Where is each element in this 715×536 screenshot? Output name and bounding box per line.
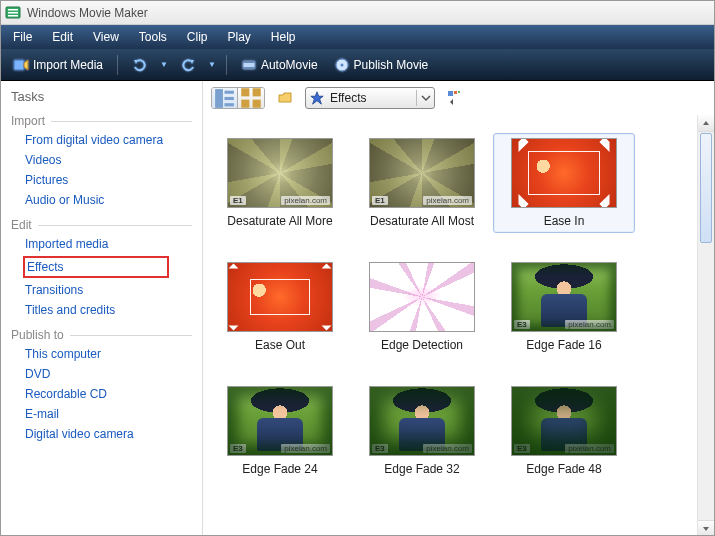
group-label: Publish to (11, 328, 64, 342)
group-label: Import (11, 114, 45, 128)
effect-label: Edge Detection (381, 338, 463, 352)
svg-rect-11 (225, 90, 234, 93)
thumbnail-badge: E1 (372, 196, 388, 205)
undo-chevron-icon[interactable]: ▼ (160, 60, 168, 69)
effect-label: Desaturate All More (227, 214, 332, 228)
group-header-edit: Edit (11, 218, 192, 232)
tasks-title: Tasks (11, 89, 192, 104)
collection-dropdown[interactable]: Effects (305, 87, 435, 109)
svg-rect-16 (241, 100, 249, 108)
task-link-email[interactable]: E-mail (23, 406, 192, 422)
effect-item[interactable]: E1pixelan.comDesaturate All More (209, 133, 351, 233)
app-title: Windows Movie Maker (27, 6, 148, 20)
thumbnail-badge: E3 (514, 444, 530, 453)
menu-view[interactable]: View (93, 30, 119, 44)
menu-help[interactable]: Help (271, 30, 296, 44)
view-toggle[interactable] (211, 87, 265, 109)
effect-label: Ease In (544, 214, 585, 228)
svg-rect-6 (243, 61, 255, 63)
tasks-pane: Tasks Import From digital video camera V… (1, 81, 203, 536)
publish-button[interactable]: Publish Movie (330, 55, 433, 75)
effect-label: Edge Fade 32 (384, 462, 459, 476)
menubar: File Edit View Tools Clip Play Help (1, 25, 714, 49)
thumbnail-watermark: pixelan.com (423, 444, 472, 453)
effect-item[interactable]: E3pixelan.comEdge Fade 48 (493, 381, 635, 481)
svg-rect-15 (253, 88, 261, 96)
task-link-from-digital-video-camera[interactable]: From digital video camera (23, 132, 192, 148)
thumbnail-badge: E3 (372, 444, 388, 453)
task-link-videos[interactable]: Videos (23, 152, 192, 168)
app-icon (5, 5, 21, 21)
redo-button[interactable] (176, 55, 200, 75)
folder-icon[interactable] (273, 87, 297, 109)
effect-thumbnail: E1pixelan.com (369, 138, 475, 208)
group-label: Edit (11, 218, 32, 232)
menu-edit[interactable]: Edit (52, 30, 73, 44)
effect-item[interactable]: E3pixelan.comEdge Fade 32 (351, 381, 493, 481)
redo-chevron-icon[interactable]: ▼ (208, 60, 216, 69)
menu-clip[interactable]: Clip (187, 30, 208, 44)
effect-item[interactable]: E1pixelan.comDesaturate All Most (351, 133, 493, 233)
thumbnail-watermark: pixelan.com (565, 320, 614, 329)
task-link-digital-video-camera[interactable]: Digital video camera (23, 426, 192, 442)
svg-marker-18 (311, 92, 323, 104)
view-thumbnails-icon[interactable] (238, 88, 264, 108)
effect-thumbnail: E3pixelan.com (369, 386, 475, 456)
titlebar: Windows Movie Maker (1, 1, 714, 25)
scroll-up-button[interactable] (698, 115, 714, 132)
svg-rect-13 (225, 103, 234, 106)
task-link-titles-and-credits[interactable]: Titles and credits (23, 302, 192, 318)
effect-item[interactable]: Ease In (493, 133, 635, 233)
view-details-icon[interactable] (212, 88, 238, 108)
effect-thumbnail: E3pixelan.com (227, 386, 333, 456)
undo-button[interactable] (128, 55, 152, 75)
svg-rect-2 (8, 12, 18, 14)
svg-rect-20 (454, 91, 457, 94)
effect-label: Edge Fade 16 (526, 338, 601, 352)
thumbnail-size-icon[interactable] (443, 87, 467, 109)
svg-rect-14 (241, 88, 249, 96)
task-link-audio-or-music[interactable]: Audio or Music (23, 192, 192, 208)
divider (51, 121, 192, 122)
content-toolbar: Effects (203, 81, 714, 115)
effect-item[interactable]: E3pixelan.comEdge Fade 16 (493, 257, 635, 357)
effect-item[interactable]: E3pixelan.comEdge Fade 24 (209, 381, 351, 481)
menu-file[interactable]: File (13, 30, 32, 44)
effect-thumbnail (511, 138, 617, 208)
task-links-import: From digital video camera Videos Picture… (11, 132, 192, 208)
menu-play[interactable]: Play (228, 30, 251, 44)
effect-thumbnail (369, 262, 475, 332)
effect-thumbnail: E3pixelan.com (511, 262, 617, 332)
svg-rect-7 (243, 67, 255, 69)
task-link-recordable-cd[interactable]: Recordable CD (23, 386, 192, 402)
effect-item[interactable]: Edge Detection (351, 257, 493, 357)
divider (38, 225, 192, 226)
scroll-thumb[interactable] (700, 133, 712, 243)
scroll-down-button[interactable] (698, 520, 714, 536)
svg-point-9 (340, 63, 343, 66)
thumbnail-watermark: pixelan.com (281, 196, 330, 205)
automove-button[interactable]: AutoMovie (237, 55, 322, 75)
effect-label: Ease Out (255, 338, 305, 352)
svg-rect-4 (14, 60, 24, 70)
svg-rect-10 (215, 89, 223, 108)
import-media-label: Import Media (33, 58, 103, 72)
task-link-transitions[interactable]: Transitions (23, 282, 192, 298)
task-link-this-computer[interactable]: This computer (23, 346, 192, 362)
task-link-imported-media[interactable]: Imported media (23, 236, 192, 252)
scrollbar[interactable] (697, 115, 714, 536)
task-link-pictures[interactable]: Pictures (23, 172, 192, 188)
task-link-dvd[interactable]: DVD (23, 366, 192, 382)
task-link-effects[interactable]: Effects (23, 256, 169, 278)
effects-gallery: E1pixelan.comDesaturate All MoreE1pixela… (203, 115, 697, 536)
effect-thumbnail: E1pixelan.com (227, 138, 333, 208)
menu-tools[interactable]: Tools (139, 30, 167, 44)
divider (70, 335, 192, 336)
import-media-button[interactable]: Import Media (9, 55, 107, 75)
effect-thumbnail (227, 262, 333, 332)
effect-item[interactable]: Ease Out (209, 257, 351, 357)
thumbnail-watermark: pixelan.com (281, 444, 330, 453)
chevron-down-icon[interactable] (416, 90, 432, 106)
group-header-import: Import (11, 114, 192, 128)
group-header-publish: Publish to (11, 328, 192, 342)
